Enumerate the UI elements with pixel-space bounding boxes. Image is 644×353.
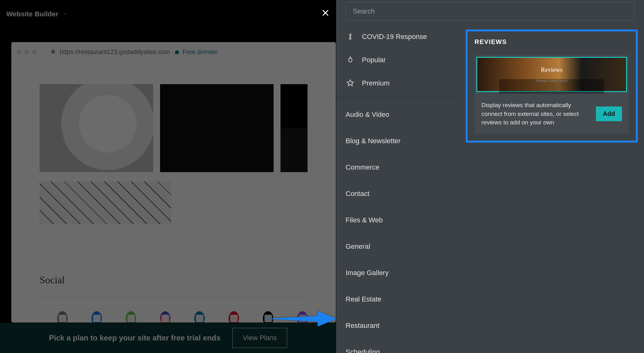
search-wrap [336, 0, 644, 23]
website-builder-dropdown[interactable]: Website Builder [4, 7, 70, 21]
traffic-light-icon [17, 50, 21, 54]
category-restaurant[interactable]: Restaurant [336, 312, 459, 339]
traffic-light-icon [32, 50, 36, 54]
category-list[interactable]: COVID-19 Response Popular Premium Audio … [336, 23, 459, 353]
category-image-gallery[interactable]: Image Gallery [336, 260, 459, 286]
reviews-highlight-card: REVIEWS Reviews Reviews coming soon! Dis… [466, 30, 638, 143]
pinterest-icon[interactable] [229, 311, 239, 323]
view-plans-button[interactable]: View Plans [232, 328, 287, 348]
section-description: Display reviews that automatically conne… [481, 101, 591, 127]
trial-banner: Pick a plan to keep your site after free… [0, 323, 336, 353]
category-audio-video[interactable]: Audio & Video [336, 101, 459, 128]
detail-heading: REVIEWS [475, 38, 629, 46]
tiktok-icon[interactable] [263, 311, 273, 323]
close-panel-button[interactable] [318, 5, 333, 21]
image-gallery-row [11, 62, 336, 182]
linkedin-icon[interactable] [194, 311, 205, 323]
traffic-light-icon [25, 50, 29, 54]
category-commerce[interactable]: Commerce [336, 154, 459, 181]
free-domain-label: Free domain [182, 48, 218, 56]
section-preview-card[interactable]: Reviews Reviews coming soon! Display rev… [475, 55, 629, 134]
star-icon [346, 79, 355, 88]
twitch-icon[interactable] [297, 311, 308, 323]
add-section-button[interactable]: Add [596, 106, 622, 121]
lock-icon [50, 49, 56, 56]
browser-address-bar: https://restaurant123.godaddysites.com F… [11, 42, 336, 62]
category-contact[interactable]: Contact [336, 181, 459, 207]
flame-icon [346, 55, 355, 65]
free-domain-link[interactable]: Free domain [174, 48, 218, 56]
facebook-icon[interactable] [92, 311, 102, 323]
category-real-estate[interactable]: Real Estate [336, 286, 459, 312]
trial-text: Pick a plan to keep your site after free… [49, 334, 221, 342]
houzz-icon[interactable] [126, 311, 136, 323]
instagram-icon[interactable] [160, 311, 170, 323]
divider [336, 98, 459, 98]
gallery-image [40, 84, 153, 172]
pattern-strip [40, 182, 171, 224]
category-label: Popular [362, 56, 386, 64]
category-scheduling[interactable]: Scheduling [336, 339, 459, 353]
category-popular[interactable]: Popular [336, 48, 459, 72]
preview-content: Social Copyright © 2022 Restaurant 123 -… [11, 62, 336, 323]
section-thumbnail: Reviews Reviews coming soon! [476, 57, 627, 92]
thumb-title: Reviews [541, 66, 563, 73]
discord-icon[interactable] [57, 311, 68, 323]
add-section-panel: COVID-19 Response Popular Premium Audio … [336, 0, 644, 353]
category-general[interactable]: General [336, 233, 459, 260]
category-blog-newsletter[interactable]: Blog & Newsletter [336, 128, 459, 154]
chevron-down-icon [62, 11, 68, 17]
category-covid-response[interactable]: COVID-19 Response [336, 25, 459, 48]
gallery-image [160, 84, 274, 172]
social-heading: Social [40, 274, 308, 297]
category-label: Premium [362, 79, 390, 87]
preview-url: https://restaurant123.godaddysites.com [60, 48, 170, 56]
category-files-web[interactable]: Files & Web [336, 207, 459, 233]
search-input[interactable] [346, 2, 635, 21]
gallery-image [280, 84, 308, 172]
site-preview-frame: https://restaurant123.godaddysites.com F… [11, 42, 336, 323]
category-premium[interactable]: Premium [336, 72, 459, 95]
social-section: Social [11, 246, 336, 323]
social-icons-row [40, 311, 308, 323]
category-label: COVID-19 Response [362, 33, 427, 41]
builder-label: Website Builder [6, 10, 58, 18]
ribbon-icon [346, 32, 355, 41]
detail-column: REVIEWS Reviews Reviews coming soon! Dis… [459, 23, 644, 353]
